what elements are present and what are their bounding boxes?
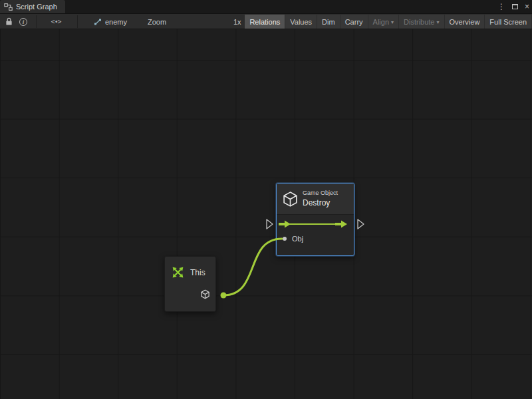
script-graph-window: Script Graph ⋮ × i <∙> enemy Zoom [0, 0, 532, 399]
graph-canvas[interactable]: This Game Object Destroy Obj [0, 29, 532, 399]
carry-button[interactable]: Carry [340, 15, 368, 29]
lock-icon[interactable] [3, 14, 14, 29]
this-node-icon [171, 265, 185, 282]
connection-wire[interactable] [223, 239, 282, 295]
node-title: Destroy [303, 198, 330, 207]
node-category: Game Object [303, 190, 338, 196]
control-input-port[interactable] [267, 219, 273, 229]
titlebar-actions: ⋮ × [497, 0, 529, 14]
gameobject-cube-icon [282, 191, 299, 210]
values-button[interactable]: Values [285, 15, 317, 29]
this-output-port[interactable] [221, 293, 227, 299]
node-destroy[interactable]: Game Object Destroy Obj [276, 183, 354, 256]
toolbar-buttons: Relations Values Dim Carry Align▾ Distri… [245, 15, 531, 29]
title-bar: Script Graph ⋮ × [0, 0, 532, 14]
node-header: Game Object Destroy [277, 184, 354, 215]
zoom-label: Zoom [148, 14, 166, 29]
gameobject-cube-icon [200, 289, 210, 302]
relations-button[interactable]: Relations [245, 15, 285, 29]
align-dropdown[interactable]: Align▾ [368, 15, 398, 29]
node-this[interactable]: This [164, 256, 216, 312]
graph-asset-icon [93, 14, 102, 29]
dim-button[interactable]: Dim [317, 15, 340, 29]
script-graph-icon [4, 3, 13, 11]
maximize-icon[interactable] [512, 0, 518, 14]
tab-script-graph[interactable]: Script Graph [0, 0, 65, 13]
toolbar-divider [36, 15, 37, 28]
more-menu-icon[interactable]: ⋮ [497, 0, 505, 14]
info-icon[interactable]: i [18, 14, 29, 29]
code-preview-icon[interactable]: <∙> [45, 14, 66, 29]
toolbar-divider [77, 15, 78, 28]
graph-toolbar: i <∙> enemy Zoom 1x Relations Values Dim… [0, 14, 532, 29]
input-port-label: Obj [292, 235, 303, 243]
connections-overlay [0, 29, 532, 399]
chevron-down-icon: ▾ [391, 19, 394, 25]
zoom-value: 1x [233, 14, 241, 29]
graph-name-label[interactable]: enemy [105, 14, 127, 29]
close-icon[interactable]: × [525, 0, 529, 14]
control-output-port[interactable] [358, 219, 364, 229]
overview-button[interactable]: Overview [445, 15, 485, 29]
fullscreen-button[interactable]: Full Screen [485, 15, 531, 29]
tab-label: Script Graph [16, 3, 57, 11]
distribute-dropdown[interactable]: Distribute▾ [399, 15, 444, 29]
node-title: This [190, 268, 205, 277]
chevron-down-icon: ▾ [437, 19, 440, 25]
